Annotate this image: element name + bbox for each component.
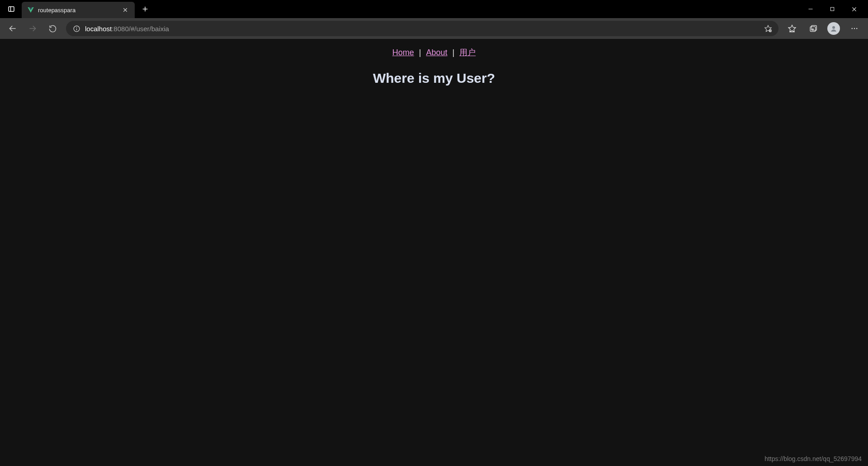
- svg-point-27: [854, 28, 855, 29]
- nav-separator: |: [417, 48, 424, 57]
- browser-tab[interactable]: routepasspara: [22, 2, 135, 18]
- svg-point-28: [856, 28, 857, 29]
- refresh-button[interactable]: [43, 20, 61, 37]
- svg-marker-19: [788, 25, 796, 32]
- forward-button[interactable]: [24, 20, 42, 37]
- close-window-button[interactable]: [844, 2, 864, 16]
- favorites-icon[interactable]: [783, 20, 801, 37]
- nav-separator: |: [450, 48, 457, 57]
- address-bar[interactable]: localhost:8080/#/user/baixia: [66, 21, 778, 36]
- page-headline: Where is my User?: [0, 71, 868, 86]
- home-link[interactable]: Home: [392, 48, 414, 57]
- tab-title: routepasspara: [38, 7, 118, 14]
- new-tab-button[interactable]: [138, 2, 152, 16]
- page-nav-links: Home | About | 用户: [0, 47, 868, 58]
- maximize-button[interactable]: [822, 2, 843, 16]
- svg-point-25: [832, 26, 835, 29]
- back-button[interactable]: [4, 20, 22, 37]
- profile-avatar[interactable]: [825, 20, 843, 37]
- url-path: :8080/#/user/baixia: [112, 25, 169, 33]
- svg-rect-0: [9, 7, 14, 12]
- more-menu-button[interactable]: [845, 20, 863, 37]
- about-link[interactable]: About: [426, 48, 447, 57]
- browser-toolbar: localhost:8080/#/user/baixia: [0, 18, 868, 39]
- collections-icon[interactable]: [804, 20, 822, 37]
- url-host: localhost: [85, 25, 112, 33]
- window-controls: [800, 2, 864, 16]
- close-tab-button[interactable]: [121, 6, 129, 14]
- page-content: Home | About | 用户 Where is my User?: [0, 39, 868, 466]
- vue-favicon: [27, 6, 34, 14]
- titlebar: routepasspara: [0, 0, 868, 18]
- svg-rect-22: [811, 25, 817, 30]
- favorite-star-icon[interactable]: [764, 24, 772, 33]
- toolbar-right-icons: [783, 20, 864, 37]
- svg-point-26: [852, 28, 853, 29]
- site-info-icon[interactable]: [72, 24, 80, 33]
- user-link[interactable]: 用户: [459, 48, 476, 57]
- url-text[interactable]: localhost:8080/#/user/baixia: [85, 25, 760, 33]
- tab-actions-button[interactable]: [4, 1, 19, 17]
- minimize-button[interactable]: [800, 2, 821, 16]
- svg-rect-7: [830, 7, 834, 11]
- avatar-icon: [827, 22, 840, 35]
- watermark-text: https://blog.csdn.net/qq_52697994: [764, 455, 862, 462]
